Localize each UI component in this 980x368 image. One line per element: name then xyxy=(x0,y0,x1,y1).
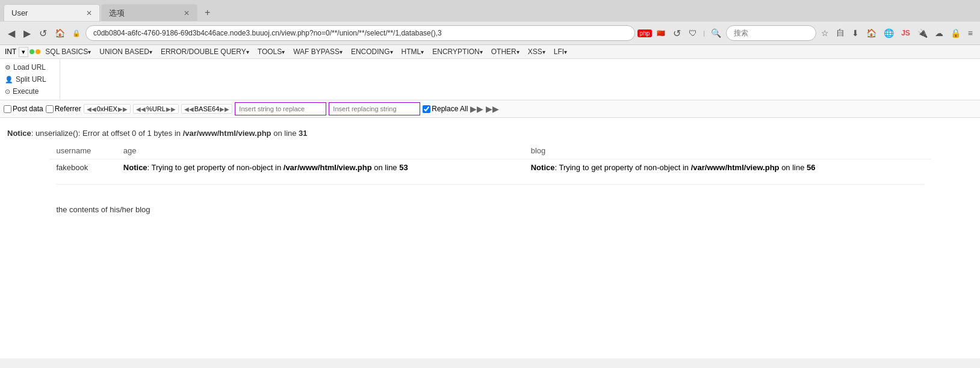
blog-notice-text: : Trying to get property of non-object i… xyxy=(554,163,690,172)
address-input[interactable] xyxy=(85,25,635,41)
nav-encryption[interactable]: ENCRYPTION xyxy=(429,46,486,57)
bookmark-icon[interactable]: 自 xyxy=(834,26,847,40)
refresh-button[interactable]: ↺ xyxy=(670,26,684,40)
hackbar: INT ▾ SQL BASICS UNION BASED ERROR/DOUBL… xyxy=(0,45,980,118)
table-row: fakebook Notice: Trying to get property … xyxy=(49,159,931,176)
home-icon[interactable]: 🏠 xyxy=(52,27,67,39)
menu-icon[interactable]: ≡ xyxy=(966,27,975,39)
tab-user-close[interactable]: ✕ xyxy=(86,9,92,17)
col-username: username xyxy=(49,143,116,159)
nav-tools[interactable]: TOOLS xyxy=(254,46,288,57)
tab-options-title: 选项 xyxy=(109,8,179,19)
url-arrow-left: ◀◀ xyxy=(136,106,146,112)
replace-all-check[interactable] xyxy=(423,105,430,113)
js-label: JS xyxy=(899,28,913,38)
tab-options[interactable]: 选项 ✕ xyxy=(101,4,197,21)
int-select[interactable]: INT ▾ xyxy=(4,47,40,57)
download-icon[interactable]: ⬇ xyxy=(849,27,861,39)
cell-blog: Notice: Trying to get property of non-ob… xyxy=(524,159,931,176)
load-url-icon: ⚙ xyxy=(5,64,11,72)
hackbar-body: ⚙ Load URL 👤 Split URL ⊙ Execute xyxy=(0,59,980,100)
address-bar: ◀ ▶ ↺ 🏠 🔒 php 🇨🇳 ↺ 🛡 | 🔍 ☆ 自 ⬇ 🏠 🌐 JS 🔌 … xyxy=(0,22,980,44)
home-icon2[interactable]: 🏠 xyxy=(864,27,879,39)
tab-user[interactable]: User ✕ xyxy=(4,4,100,21)
nav-html[interactable]: HTML xyxy=(398,46,428,57)
post-data-check[interactable] xyxy=(4,105,11,113)
url-arrow-right: ▶▶ xyxy=(166,106,176,112)
age-notice-line-text: on line xyxy=(372,163,400,172)
blog-notice-path: /var/www/html/view.php xyxy=(691,163,780,172)
cell-age: Notice: Trying to get property of non-ob… xyxy=(116,159,524,176)
base64-arrow-right: ▶▶ xyxy=(220,106,229,112)
insert-replacing-input[interactable] xyxy=(329,102,420,115)
green-indicator xyxy=(29,49,34,54)
nav-xss[interactable]: XSS xyxy=(524,46,549,57)
star-icon[interactable]: ☆ xyxy=(819,27,831,39)
referrer-label: Referrer xyxy=(55,105,81,113)
post-data-checkbox[interactable]: Post data xyxy=(4,105,43,113)
search-icon: 🔍 xyxy=(709,27,724,39)
replace-all-label: Replace All xyxy=(432,105,468,113)
shield-icon[interactable]: 🛡 xyxy=(686,27,699,39)
hackbar-left-panel: ⚙ Load URL 👤 Split URL ⊙ Execute xyxy=(0,59,60,100)
plugin-icon[interactable]: 🔌 xyxy=(915,27,930,39)
base64-encode-btn[interactable]: ◀◀ BASE64 ▶▶ xyxy=(181,104,233,114)
referrer-checkbox[interactable]: Referrer xyxy=(46,105,81,113)
hackbar-textarea[interactable] xyxy=(60,59,980,98)
back-button[interactable]: ◀ xyxy=(5,26,18,40)
nav-waf-bypass[interactable]: WAF BYPASS xyxy=(290,46,346,57)
age-notice-line-num: 53 xyxy=(399,163,408,172)
nav-error-double[interactable]: ERROR/DOUBLE QUERY xyxy=(157,46,253,57)
oxhex-encode-btn[interactable]: ◀◀ 0xHEX ▶▶ xyxy=(84,104,131,114)
int-down-btn[interactable]: ▾ xyxy=(19,47,28,57)
orange-indicator xyxy=(36,49,40,54)
nav-union-based[interactable]: UNION BASED xyxy=(96,46,156,57)
execute-label: Execute xyxy=(13,87,39,96)
notice-line-num: 31 xyxy=(299,129,307,138)
int-label: INT xyxy=(4,48,17,56)
oxhex-arrow-right: ▶▶ xyxy=(118,106,128,112)
globe-icon[interactable]: 🌐 xyxy=(881,27,896,39)
nav-sql-basics[interactable]: SQL BASICS xyxy=(42,46,95,57)
notice-line: Notice: unserialize(): Error at offset 0… xyxy=(0,124,980,143)
col-blog: blog xyxy=(524,143,931,159)
search-input[interactable] xyxy=(726,25,816,41)
cloud-icon[interactable]: ☁ xyxy=(932,27,946,39)
split-url-label: Split URL xyxy=(16,75,46,84)
reload-button[interactable]: ↺ xyxy=(36,26,50,40)
post-data-label: Post data xyxy=(13,105,43,113)
replace-all-checkbox[interactable]: Replace All xyxy=(423,105,468,113)
hackbar-textarea-area xyxy=(60,59,980,100)
country-flag: 🇨🇳 xyxy=(654,28,668,38)
new-tab-button[interactable]: + xyxy=(199,5,216,20)
url-encode-btn[interactable]: ◀◀ %URL ▶▶ xyxy=(133,104,179,114)
split-url-button[interactable]: 👤 Split URL xyxy=(2,73,57,85)
load-url-button[interactable]: ⚙ Load URL xyxy=(2,61,57,73)
hackbar-bottom: Post data Referrer ◀◀ 0xHEX ▶▶ ◀◀ %URL ▶… xyxy=(0,100,980,117)
base64-label: BASE64 xyxy=(194,105,220,112)
page-content: Notice: unserialize(): Error at offset 0… xyxy=(0,118,980,358)
account-icon[interactable]: 🔒 xyxy=(948,27,963,39)
replace-arrow-right[interactable]: ▶▶ xyxy=(470,104,483,114)
hackbar-nav: INT ▾ SQL BASICS UNION BASED ERROR/DOUBL… xyxy=(0,45,980,59)
data-table: username age blog fakebook Notice: Tryin… xyxy=(49,143,931,193)
tab-options-close[interactable]: ✕ xyxy=(184,9,190,17)
execute-icon: ⊙ xyxy=(5,88,10,96)
nav-lfi[interactable]: LFI xyxy=(550,46,571,57)
lock-icon: 🔒 xyxy=(70,28,83,38)
insert-string-input[interactable] xyxy=(235,102,326,115)
blog-notice-line-text: on line xyxy=(780,163,807,172)
nav-other[interactable]: OTHER xyxy=(488,46,523,57)
execute-button[interactable]: ⊙ Execute xyxy=(2,85,57,97)
forward-button[interactable]: ▶ xyxy=(20,26,34,40)
replace-arrow-right2[interactable]: ▶▶ xyxy=(486,104,499,114)
age-notice-path: /var/www/html/view.php xyxy=(284,163,372,172)
browser-chrome: User ✕ 选项 ✕ + ◀ ▶ ↺ 🏠 🔒 php 🇨🇳 ↺ 🛡 | 🔍 ☆… xyxy=(0,0,980,45)
tab-user-title: User xyxy=(11,8,81,17)
search-separator: | xyxy=(703,29,705,37)
notice-text: : unserialize(): Error at offset 0 of 1 … xyxy=(31,129,183,138)
referrer-check[interactable] xyxy=(46,105,54,113)
nav-encoding[interactable]: ENCODING xyxy=(347,46,397,57)
base64-arrow-left: ◀◀ xyxy=(184,106,194,112)
age-notice-text: : Trying to get property of non-object i… xyxy=(147,163,284,172)
